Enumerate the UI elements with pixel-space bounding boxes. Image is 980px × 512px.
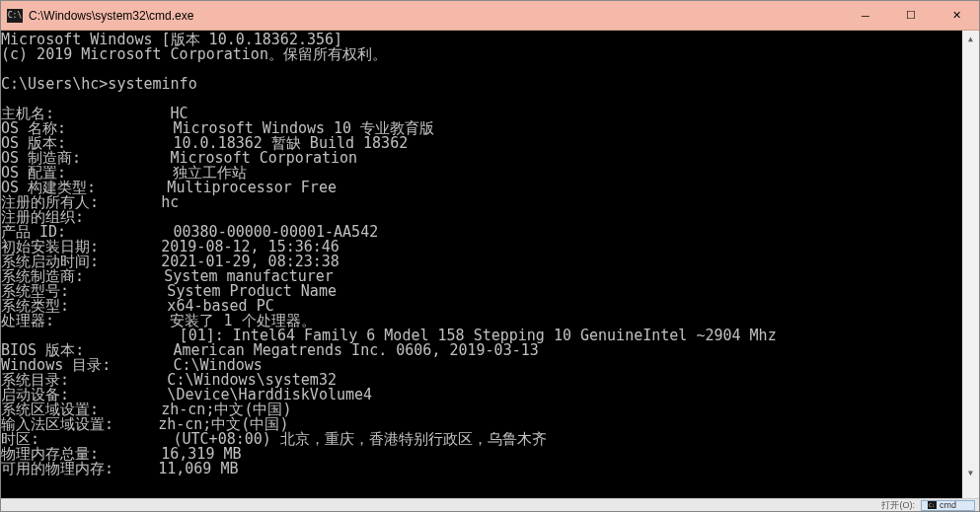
scroll-down-button[interactable]: ▼ xyxy=(962,465,979,481)
window-title: C:\Windows\system32\cmd.exe xyxy=(29,9,843,23)
run-cmd-field[interactable]: C: cmd xyxy=(921,500,975,511)
close-button[interactable]: ✕ xyxy=(934,1,979,30)
scrollbar-track[interactable] xyxy=(962,47,979,465)
scroll-up-button[interactable]: ▲ xyxy=(962,31,979,47)
open-label: 打开(O): xyxy=(881,499,915,512)
terminal-output[interactable]: Microsoft Windows [版本 10.0.18362.356] (c… xyxy=(1,31,962,498)
minimize-button[interactable]: ─ xyxy=(843,1,888,30)
run-cmd-text: cmd xyxy=(940,500,956,510)
window-controls: ─ ☐ ✕ xyxy=(843,1,979,30)
cmd-window: C:\ C:\Windows\system32\cmd.exe ─ ☐ ✕ Mi… xyxy=(0,0,980,512)
titlebar[interactable]: C:\ C:\Windows\system32\cmd.exe ─ ☐ ✕ xyxy=(1,1,979,31)
resize-grip[interactable] xyxy=(962,481,979,498)
bottom-strip: 打开(O): C: cmd xyxy=(1,498,979,511)
maximize-button[interactable]: ☐ xyxy=(888,1,934,30)
vertical-scrollbar[interactable]: ▲ ▼ xyxy=(962,31,979,498)
cmd-icon: C:\ xyxy=(7,9,23,23)
content-area: Microsoft Windows [版本 10.0.18362.356] (c… xyxy=(1,31,979,498)
cmd-small-icon: C: xyxy=(928,501,937,509)
svg-text:C:: C: xyxy=(929,502,935,508)
cmd-icon-label: C:\ xyxy=(8,12,22,20)
